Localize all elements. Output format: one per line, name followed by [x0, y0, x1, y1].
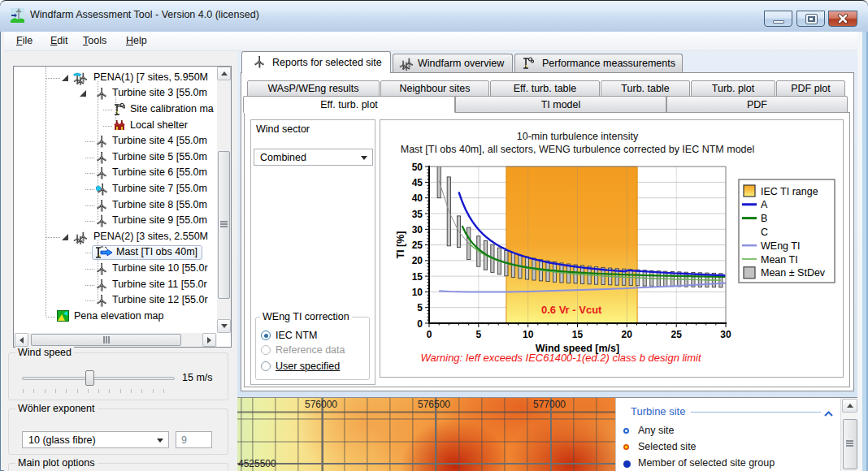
svg-text:20: 20	[412, 255, 423, 266]
svg-text:20: 20	[622, 329, 633, 340]
svg-text:30: 30	[412, 224, 423, 236]
svg-text:25: 25	[412, 240, 423, 251]
svg-text:Mean ± StDev: Mean ± StDev	[761, 267, 826, 279]
svg-text:Mast [TI obs 40m], all sectors: Mast [TI obs 40m], all sectors, WENG tur…	[401, 144, 755, 155]
svg-text:35: 35	[412, 209, 423, 220]
svg-text:15: 15	[572, 329, 584, 340]
svg-text:25: 25	[671, 329, 683, 340]
svg-text:10: 10	[523, 329, 534, 340]
svg-text:5: 5	[475, 329, 481, 340]
svg-text:5: 5	[417, 302, 423, 313]
svg-text:0: 0	[417, 318, 423, 330]
svg-text:10: 10	[412, 287, 423, 298]
svg-text:A: A	[761, 199, 768, 210]
svg-text:B: B	[761, 213, 767, 224]
svg-text:15: 15	[412, 271, 423, 283]
svg-text:TI [%]: TI [%]	[395, 231, 406, 259]
svg-text:30: 30	[720, 329, 731, 340]
svg-text:C: C	[761, 227, 768, 238]
svg-text:45: 45	[412, 177, 423, 188]
svg-text:10-min turbulence intensity: 10-min turbulence intensity	[517, 131, 639, 142]
svg-text:Mean TI: Mean TI	[761, 254, 798, 266]
svg-text:Warning: Ieff exceeds IEC61400: Warning: Ieff exceeds IEC61400-1(ed.2) c…	[420, 352, 702, 364]
svg-text:0.6 Vr - Vcut: 0.6 Vr - Vcut	[541, 304, 602, 316]
svg-text:0: 0	[427, 329, 432, 340]
svg-text:WEng TI: WEng TI	[761, 240, 800, 252]
svg-text:IEC TI range: IEC TI range	[761, 186, 818, 197]
svg-text:50: 50	[412, 162, 423, 173]
svg-text:40: 40	[412, 192, 423, 204]
